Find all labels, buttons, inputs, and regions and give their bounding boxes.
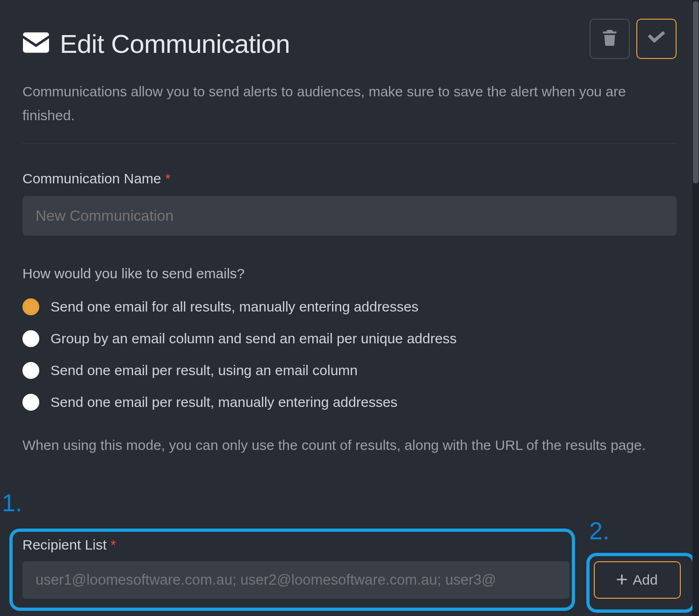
recipient-row: Add bbox=[22, 561, 686, 599]
title-group: Edit Communication bbox=[22, 29, 290, 59]
radio-label: Send one email per result, using an emai… bbox=[50, 362, 358, 378]
scrollbar-track[interactable] bbox=[692, 0, 699, 616]
envelope-icon bbox=[22, 32, 50, 55]
radio-option-0[interactable]: Send one email for all results, manually… bbox=[22, 298, 677, 315]
radio-option-2[interactable]: Send one email per result, using an emai… bbox=[22, 362, 677, 379]
radio-option-1[interactable]: Group by an email column and send an ema… bbox=[22, 330, 677, 347]
scrollbar-thumb[interactable] bbox=[693, 1, 699, 183]
communication-name-input[interactable] bbox=[22, 196, 677, 236]
send-mode-radio-group: Send one email for all results, manually… bbox=[22, 298, 677, 411]
divider bbox=[22, 143, 677, 144]
required-mark: * bbox=[110, 537, 116, 552]
communication-name-label-text: Communication Name bbox=[22, 171, 161, 186]
radio-icon bbox=[22, 330, 39, 347]
radio-label: Send one email for all results, manually… bbox=[50, 299, 418, 315]
recipient-list-label-text: Recipient List bbox=[22, 537, 107, 552]
delete-button[interactable] bbox=[590, 19, 630, 59]
send-mode-question: How would you like to send emails? bbox=[22, 266, 677, 282]
radio-icon bbox=[22, 362, 39, 379]
trash-icon bbox=[603, 30, 617, 48]
page-subtitle: Communications allow you to send alerts … bbox=[22, 80, 677, 127]
recipient-section: Recipient List * Add bbox=[22, 537, 686, 599]
radio-label: Group by an email column and send an ema… bbox=[50, 331, 457, 347]
radio-icon bbox=[22, 298, 39, 315]
recipient-list-label: Recipient List * bbox=[22, 537, 686, 553]
required-mark: * bbox=[165, 171, 171, 186]
action-buttons bbox=[590, 19, 677, 59]
recipient-list-input[interactable] bbox=[22, 561, 569, 599]
page-title: Edit Communication bbox=[60, 29, 290, 59]
header-row: Edit Communication bbox=[22, 28, 677, 59]
radio-label: Send one email per result, manually ente… bbox=[50, 394, 397, 410]
communication-name-label: Communication Name * bbox=[22, 171, 677, 187]
confirm-button[interactable] bbox=[636, 19, 677, 59]
annotation-number-2: 2. bbox=[589, 517, 609, 545]
add-button-label: Add bbox=[633, 572, 657, 588]
add-button[interactable]: Add bbox=[594, 561, 681, 599]
plus-icon bbox=[617, 572, 627, 588]
check-icon bbox=[648, 31, 665, 46]
annotation-number-1: 1. bbox=[2, 489, 22, 517]
radio-option-3[interactable]: Send one email per result, manually ente… bbox=[22, 394, 677, 411]
radio-icon bbox=[22, 394, 39, 411]
send-mode-help: When using this mode, you can only use t… bbox=[22, 433, 677, 457]
